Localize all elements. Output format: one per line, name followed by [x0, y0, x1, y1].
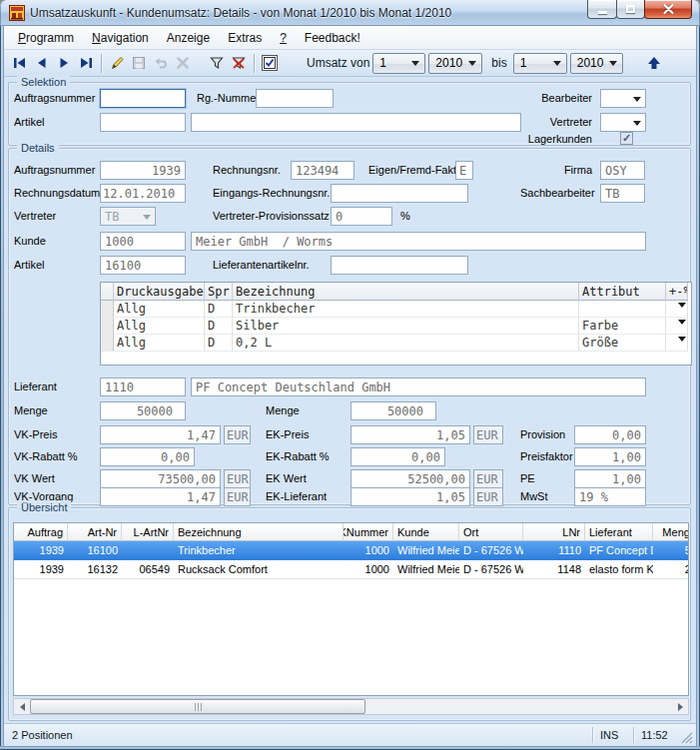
price-field-preisfaktor[interactable]: 1,00 [574, 447, 646, 466]
eingangs-rechnungsnr-field[interactable] [331, 184, 468, 203]
menge-field[interactable]: 50000 [100, 401, 186, 420]
firma-field[interactable]: OSY [600, 161, 645, 180]
overview-header-cell[interactable]: KNummer [344, 523, 393, 541]
overview-header-cell[interactable]: LNr [523, 523, 585, 541]
first-record-button[interactable] [9, 52, 31, 74]
grid-cell[interactable]: Allg [114, 318, 205, 335]
scroll-left-button[interactable] [14, 699, 30, 714]
grid-row[interactable]: AllgDSilberFarbe [101, 318, 691, 335]
overview-header-cell[interactable]: Art-Nr [68, 523, 122, 541]
von-year-select[interactable]: 2010 [428, 53, 482, 74]
scrollbar-thumb[interactable] [30, 699, 365, 714]
price-field-vk-wert[interactable]: 73500,00 [100, 469, 221, 488]
grid-cell[interactable]: D [205, 318, 233, 335]
confirm-button[interactable] [259, 52, 281, 74]
vertreter-combo[interactable]: TB [100, 207, 156, 226]
grid-cell[interactable]: 0,2 L [233, 335, 579, 352]
grid-cell[interactable]: Trinkbecher [233, 301, 579, 318]
sachbearbeiter-field[interactable]: TB [600, 184, 645, 203]
overview-header-cell[interactable]: Lieferant [585, 523, 653, 541]
price-field-provision[interactable]: 0,00 [574, 425, 646, 444]
filter-button[interactable] [206, 52, 228, 74]
undo-button[interactable] [150, 52, 172, 74]
artikel-nr-field[interactable]: 16100 [100, 256, 186, 275]
rechnungsnr-field[interactable]: 123494 [291, 161, 354, 180]
menu-item-extras[interactable]: Extras [219, 28, 271, 48]
lieferantenartikelnr-field[interactable] [331, 256, 468, 275]
maximize-button[interactable] [616, 0, 645, 19]
bezeichnung-grid[interactable]: DruckausgabeSprBezeichnungAttribut+-%All… [100, 282, 692, 366]
grid-cell[interactable]: Farbe [579, 318, 666, 335]
rg-nummer-input[interactable] [256, 89, 334, 108]
edit-button[interactable] [106, 52, 128, 74]
scroll-right-button[interactable] [672, 699, 688, 714]
menu-item-feedback-[interactable]: Feedback! [296, 28, 369, 48]
menge2-field[interactable]: 50000 [350, 401, 436, 420]
previous-record-button[interactable] [31, 52, 53, 74]
overview-row[interactable]: 19391613206549Rucksack Comfort1000Wilfri… [14, 560, 688, 579]
grid-cell[interactable]: Allg [114, 301, 205, 318]
grid-cell[interactable]: D [205, 301, 233, 318]
kunde-name-field[interactable]: Meier GmbH / Worms [191, 232, 646, 251]
resize-grip-icon[interactable] [680, 731, 694, 745]
price-field-ek-wert[interactable]: 52500,00 [350, 469, 470, 488]
close-button[interactable] [644, 0, 692, 19]
horizontal-scrollbar[interactable] [13, 698, 689, 715]
auftragsnummer-sel-input[interactable] [100, 89, 186, 108]
grid-cell[interactable] [579, 301, 666, 318]
menu-item-anzeige[interactable]: Anzeige [158, 28, 219, 48]
lagerkunden-checkbox[interactable]: ✓ [620, 132, 633, 145]
menu-item--[interactable]: ? [271, 28, 296, 48]
von-month-select[interactable]: 1 [372, 53, 425, 74]
lieferant-nr-field[interactable]: 1110 [100, 377, 186, 396]
price-field-mwst[interactable]: 19 % [574, 487, 646, 506]
bis-year-select[interactable]: 2010 [570, 53, 623, 74]
auftragsnummer-field[interactable]: 1939 [100, 161, 186, 180]
grid-row[interactable]: AllgD0,2 LGröße [101, 335, 691, 352]
price-field-ek-preis[interactable]: 1,05 [350, 425, 470, 444]
price-field-vk-rabatt-[interactable]: 0,00 [100, 447, 195, 466]
grid-cell[interactable] [666, 318, 688, 335]
grid-cell[interactable] [666, 301, 688, 318]
chevron-down-icon[interactable] [678, 337, 686, 342]
overview-header-cell[interactable]: Menge [653, 523, 689, 541]
menu-item-navigation[interactable]: Navigation [83, 28, 158, 48]
kunde-nr-field[interactable]: 1000 [100, 232, 186, 251]
vertreter-select[interactable] [600, 113, 646, 132]
last-record-button[interactable] [75, 52, 97, 74]
grid-row[interactable]: AllgDTrinkbecher [101, 301, 691, 318]
uebersicht-table[interactable]: AuftragArt-NrL-ArtNrBezeichnungKNummerKu… [13, 522, 689, 696]
grid-cell[interactable]: Größe [579, 335, 666, 352]
chevron-down-icon[interactable] [678, 320, 686, 325]
artikel-sel-input[interactable] [100, 113, 186, 132]
lieferant-name-field[interactable]: PF Concept Deutschland GmbH [191, 377, 646, 396]
overview-header-cell[interactable]: Bezeichnung [174, 523, 344, 541]
bearbeiter-select[interactable] [600, 89, 646, 108]
overview-header-cell[interactable]: L-ArtNr [122, 523, 174, 541]
bis-month-select[interactable]: 1 [513, 53, 567, 74]
eigen-fremd-field[interactable]: E [455, 161, 473, 180]
delete-button[interactable] [172, 52, 194, 74]
price-field-ek-rabatt-[interactable]: 0,00 [350, 447, 445, 466]
title-bar[interactable]: Umsatzauskunft - Kundenumsatz: Details -… [0, 0, 700, 26]
overview-row[interactable]: 193916100Trinkbecher1000Wilfried MeieD -… [14, 541, 688, 560]
remove-filter-button[interactable] [228, 52, 250, 74]
next-record-button[interactable] [53, 52, 75, 74]
overview-header-cell[interactable]: Ort [459, 523, 523, 541]
overview-header-cell[interactable]: Kunde [393, 523, 459, 541]
overview-header-cell[interactable]: Auftrag [14, 523, 68, 541]
refresh-up-button[interactable] [643, 52, 665, 74]
menu-item-programm[interactable]: Programm [9, 28, 83, 48]
rechnungsdatum-field[interactable]: 12.01.2010 [100, 184, 186, 203]
price-field-pe[interactable]: 1,00 [574, 469, 646, 488]
minimize-button[interactable] [587, 0, 617, 19]
save-button[interactable] [128, 52, 150, 74]
artikel-text-sel-input[interactable] [191, 113, 521, 132]
chevron-down-icon[interactable] [678, 303, 686, 308]
grid-cell[interactable]: Allg [114, 335, 205, 352]
price-field-ek-lieferant[interactable]: 1,05 [350, 487, 470, 506]
grid-cell[interactable]: Silber [233, 318, 579, 335]
provisionssatz-field[interactable]: 0 [331, 207, 392, 226]
grid-cell[interactable] [666, 335, 688, 352]
price-field-vk-vorgang[interactable]: 1,47 [100, 487, 221, 506]
